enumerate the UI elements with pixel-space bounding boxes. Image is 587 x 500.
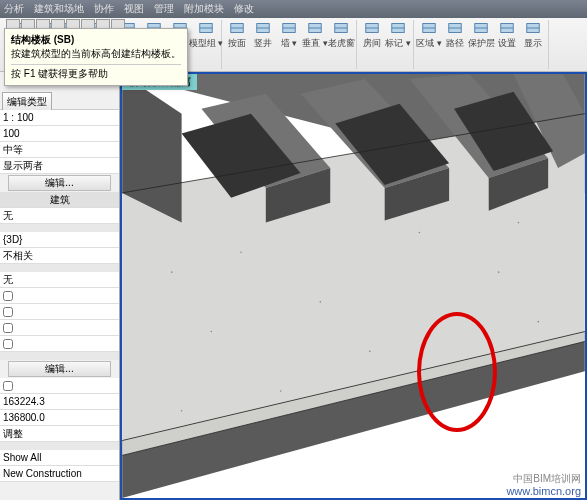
checkbox[interactable]: [3, 307, 13, 317]
svg-point-42: [171, 271, 173, 273]
ribbon-vert-button[interactable]: 垂直 ▾: [303, 20, 327, 50]
menu-item[interactable]: 管理: [154, 2, 174, 16]
property-row[interactable]: 无: [0, 208, 119, 224]
checkbox-row[interactable]: [0, 304, 119, 320]
properties-panel: 编辑类型 1 : 100100中等显示两者编辑...建筑无{3D}不相关无编辑.…: [0, 72, 120, 500]
property-value: 无: [3, 273, 13, 287]
property-value: 建筑: [50, 193, 70, 207]
property-value: 163224.3: [3, 396, 45, 407]
svg-point-44: [320, 301, 322, 303]
menu-item[interactable]: 附加模块: [184, 2, 224, 16]
property-value: {3D}: [3, 234, 22, 245]
checkbox[interactable]: [3, 381, 13, 391]
svg-point-46: [498, 271, 500, 273]
svg-point-45: [419, 232, 421, 234]
property-row[interactable]: 不相关: [0, 248, 119, 264]
ribbon-room-button[interactable]: 房间: [360, 20, 384, 50]
ribbon-set-button[interactable]: 设置: [495, 20, 519, 50]
checkbox-row[interactable]: [0, 378, 119, 394]
watermark-url: www.bimcn.org: [506, 485, 581, 498]
checkbox[interactable]: [3, 291, 13, 301]
menu-item[interactable]: 修改: [234, 2, 254, 16]
property-value: 136800.0: [3, 412, 45, 423]
property-row[interactable]: 调整: [0, 426, 119, 442]
tooltip-help: 按 F1 键获得更多帮助: [11, 64, 181, 81]
property-row[interactable]: 中等: [0, 142, 119, 158]
property-value: 调整: [3, 427, 23, 441]
tooltip: 结构楼板 (SB) 按建筑模型的当前标高创建结构楼板。 按 F1 键获得更多帮助: [4, 28, 188, 86]
ribbon-group-button[interactable]: 模型组 ▾: [194, 20, 218, 50]
model-canvas: [122, 74, 585, 498]
svg-point-51: [280, 390, 282, 392]
menu-item[interactable]: 建筑和场地: [34, 2, 84, 16]
menubar: 分析建筑和场地协作视图管理附加模块修改: [0, 0, 587, 18]
ribbon-cover-button[interactable]: 保护层: [469, 20, 493, 50]
property-row[interactable]: 163224.3: [0, 394, 119, 410]
ribbon-group: 按面竖井墙 ▾垂直 ▾老虎窗: [222, 20, 357, 69]
property-value: 编辑...: [45, 176, 73, 190]
property-value: 1 : 100: [3, 112, 34, 123]
property-value: 不相关: [3, 249, 33, 263]
ribbon-dorm-button[interactable]: 老虎窗: [329, 20, 353, 50]
ribbon-path-button[interactable]: 路径: [443, 20, 467, 50]
property-value: New Construction: [3, 468, 82, 479]
property-row[interactable]: Show All: [0, 450, 119, 466]
tooltip-title: 结构楼板 (SB): [11, 33, 181, 47]
property-row[interactable]: 无: [0, 272, 119, 288]
checkbox-row[interactable]: [0, 320, 119, 336]
property-value: 100: [3, 128, 20, 139]
edit-type-button[interactable]: 编辑类型: [2, 92, 52, 112]
watermark-cn: 中国BIM培训网: [506, 473, 581, 485]
checkbox[interactable]: [3, 339, 13, 349]
checkbox-row[interactable]: [0, 288, 119, 304]
svg-point-47: [537, 321, 539, 323]
edit-button[interactable]: 编辑...: [8, 361, 111, 377]
checkbox[interactable]: [3, 323, 13, 333]
main-area: 编辑类型 1 : 100100中等显示两者编辑...建筑无{3D}不相关无编辑.…: [0, 72, 587, 500]
properties-list: 1 : 100100中等显示两者编辑...建筑无{3D}不相关无编辑...163…: [0, 110, 119, 482]
ribbon-area-button[interactable]: 区域 ▾: [417, 20, 441, 50]
viewport-3d[interactable]: 临时隐藏/隔离: [120, 72, 587, 500]
property-row[interactable]: {3D}: [0, 232, 119, 248]
property-value: 编辑...: [45, 362, 73, 376]
property-row[interactable]: 100: [0, 126, 119, 142]
checkbox-row[interactable]: [0, 336, 119, 352]
menu-item[interactable]: 视图: [124, 2, 144, 16]
property-row[interactable]: New Construction: [0, 466, 119, 482]
property-value: 无: [3, 209, 13, 223]
property-value: 显示两者: [3, 159, 43, 173]
ribbon-wall-button[interactable]: 墙 ▾: [277, 20, 301, 50]
ribbon-face-button[interactable]: 按面: [225, 20, 249, 50]
edit-type-label: 编辑类型: [7, 96, 47, 107]
ribbon-group: 区域 ▾路径保护层设置显示: [414, 20, 549, 69]
property-row[interactable]: 显示两者: [0, 158, 119, 174]
property-row[interactable]: 136800.0: [0, 410, 119, 426]
menu-item[interactable]: 协作: [94, 2, 114, 16]
watermark: 中国BIM培训网 www.bimcn.org: [506, 473, 581, 498]
property-row[interactable]: 1 : 100: [0, 110, 119, 126]
section-header[interactable]: 建筑: [0, 192, 119, 208]
svg-point-48: [211, 331, 213, 333]
ribbon-show-button[interactable]: 显示: [521, 20, 545, 50]
ribbon-shaft-button[interactable]: 竖井: [251, 20, 275, 50]
ribbon-tag-button[interactable]: 标记 ▾: [386, 20, 410, 50]
menu-item[interactable]: 分析: [4, 2, 24, 16]
ribbon-group: 房间标记 ▾: [357, 20, 414, 69]
tooltip-desc: 按建筑模型的当前标高创建结构楼板。: [11, 47, 181, 61]
svg-point-43: [240, 252, 242, 254]
property-value: Show All: [3, 452, 41, 463]
property-value: 中等: [3, 143, 23, 157]
svg-point-49: [369, 351, 371, 353]
edit-button[interactable]: 编辑...: [8, 175, 111, 191]
svg-point-53: [518, 222, 520, 224]
svg-point-52: [181, 410, 183, 412]
